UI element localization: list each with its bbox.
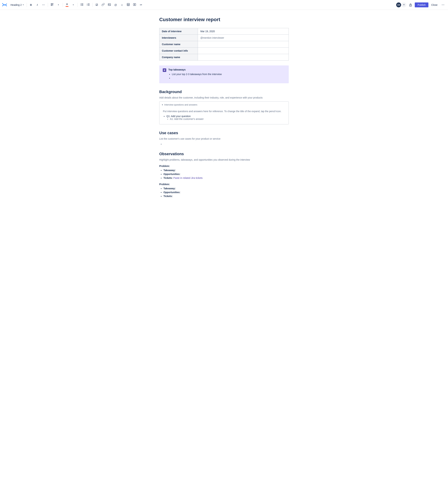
- list-item[interactable]: Opportunities:: [163, 173, 289, 175]
- text-color-chevron-icon: [73, 4, 74, 6]
- svg-point-4: [81, 3, 81, 4]
- publish-button[interactable]: Publish: [415, 2, 428, 7]
- svg-rect-24: [135, 3, 136, 6]
- expand-body: Put interview questions and answers here…: [159, 108, 289, 124]
- background-subtext: Add details about the customer, includin…: [159, 96, 289, 99]
- svg-text:3.: 3.: [87, 5, 88, 6]
- image-button[interactable]: [107, 2, 112, 8]
- more-formatting-button[interactable]: ···: [41, 2, 46, 8]
- link-button[interactable]: [100, 2, 106, 8]
- toolbar: Heading 2 B I ··· A 1.2.: [0, 0, 448, 10]
- numbered-list-button[interactable]: 1.2.3.: [85, 2, 91, 8]
- problem-1-label: Problem:: [159, 165, 289, 167]
- mention-button[interactable]: @: [113, 2, 118, 8]
- table-cell-value[interactable]: Mar 19, 2020: [198, 28, 289, 35]
- expand-header[interactable]: Interview questions and answers: [159, 102, 289, 108]
- list-item[interactable]: Q1: Add your question A1: Add the custom…: [167, 115, 285, 120]
- layout-button[interactable]: [132, 2, 137, 8]
- table-cell-label: Customer name: [159, 41, 198, 48]
- table-cell-value[interactable]: [198, 48, 289, 54]
- bullet-list-icon: [81, 3, 83, 6]
- svg-rect-5: [81, 3, 83, 4]
- list-item[interactable]: Takeaway:: [163, 169, 289, 172]
- use-cases-list: [163, 143, 289, 145]
- table-row: Company name: [159, 54, 289, 61]
- svg-point-26: [410, 5, 411, 6]
- plus-icon: +: [140, 3, 141, 6]
- list-item[interactable]: Takeaway:: [163, 187, 289, 190]
- confluence-logo[interactable]: [2, 2, 7, 7]
- list-item[interactable]: List your top 2-3 takeaways from the int…: [172, 73, 285, 76]
- layout-icon: [133, 3, 136, 7]
- list-item[interactable]: [163, 143, 289, 145]
- expand-title: Interview questions and answers: [164, 103, 198, 106]
- more-insert-chevron-icon: [141, 4, 142, 6]
- bullet-list-button[interactable]: [79, 2, 85, 8]
- text-color-button[interactable]: A: [64, 2, 70, 8]
- list-item[interactable]: [172, 77, 285, 79]
- table-cell-label: Company name: [159, 54, 198, 61]
- table-cell-value[interactable]: [198, 41, 289, 48]
- more-options-button[interactable]: ···: [440, 2, 446, 8]
- table-button[interactable]: [125, 2, 131, 8]
- callout-title: Top takeaways: [168, 68, 285, 71]
- svg-rect-3: [51, 5, 52, 6]
- table-icon: [127, 3, 130, 7]
- toolbar-right: CK + Publish Close ···: [396, 2, 446, 8]
- mention-icon: @: [114, 3, 117, 6]
- more-insert-button[interactable]: +: [138, 2, 144, 8]
- more-options-icon: ···: [442, 3, 445, 7]
- table-cell-label: Customer contact info: [159, 48, 198, 54]
- table-cell-value[interactable]: [198, 54, 289, 61]
- align-chevron-button[interactable]: [56, 2, 61, 8]
- emoji-icon: ☺: [121, 3, 123, 6]
- add-collaborator-button[interactable]: +: [401, 2, 406, 7]
- svg-point-6: [81, 4, 81, 5]
- text-color-label-icon: A: [66, 3, 68, 5]
- bold-button[interactable]: B: [28, 2, 34, 8]
- table-row: Customer name: [159, 41, 289, 48]
- svg-rect-2: [51, 5, 53, 5]
- observations-list-1: Takeaway: Opportunities: Tickets: Paste …: [163, 169, 289, 179]
- color-swatch-indicator: [66, 6, 68, 7]
- align-button[interactable]: [49, 2, 55, 8]
- table-cell-label: Date of interview: [159, 28, 198, 35]
- svg-rect-11: [88, 3, 90, 4]
- use-cases-subtext: List the customer's use cases for your p…: [159, 137, 289, 140]
- italic-button[interactable]: I: [34, 2, 40, 8]
- svg-rect-29: [164, 70, 165, 71]
- align-icon: [51, 3, 53, 6]
- list-item[interactable]: Tickets:: [163, 195, 289, 197]
- close-button[interactable]: Close: [430, 2, 439, 7]
- problem-2-label: Problem:: [159, 183, 289, 186]
- lock-icon: [409, 3, 412, 7]
- table-row: Customer contact info: [159, 48, 289, 54]
- text-color-chevron-button[interactable]: [71, 2, 76, 8]
- svg-rect-18: [127, 3, 129, 6]
- emoji-button[interactable]: ☺: [119, 2, 125, 8]
- svg-rect-23: [133, 3, 134, 6]
- expand-chevron-icon: [162, 103, 163, 106]
- list-item[interactable]: Tickets: Paste in related Jira tickets: [163, 176, 289, 179]
- align-chevron-icon: [58, 4, 59, 6]
- callout-icon: [163, 68, 166, 72]
- callout-content: Top takeaways List your top 2-3 takeaway…: [168, 68, 285, 81]
- more-formatting-icon: ···: [42, 3, 45, 7]
- image-icon: [108, 3, 111, 7]
- svg-rect-15: [88, 5, 90, 6]
- numbered-list-icon: 1.2.3.: [87, 3, 90, 6]
- divider-1: [27, 3, 27, 7]
- task-button[interactable]: ☑: [94, 2, 100, 8]
- link-icon: [102, 3, 104, 7]
- page-title[interactable]: Customer interview report: [159, 17, 289, 22]
- list-item[interactable]: Opportunities:: [163, 191, 289, 194]
- table-cell-value[interactable]: @mention interviewer: [198, 35, 289, 41]
- editor-area: Customer interview report Date of interv…: [149, 10, 299, 213]
- heading-selector[interactable]: Heading 2: [9, 3, 25, 7]
- observations-heading: Observations: [159, 152, 289, 156]
- callout-box: Top takeaways List your top 2-3 takeaway…: [159, 65, 289, 83]
- info-table: Date of interview Mar 19, 2020 Interview…: [159, 28, 289, 61]
- expand-list: Q1: Add your question A1: Add the custom…: [167, 115, 285, 120]
- list-item[interactable]: A1: Add the customer's answer: [170, 118, 285, 120]
- heading-selector-label: Heading 2: [10, 3, 22, 6]
